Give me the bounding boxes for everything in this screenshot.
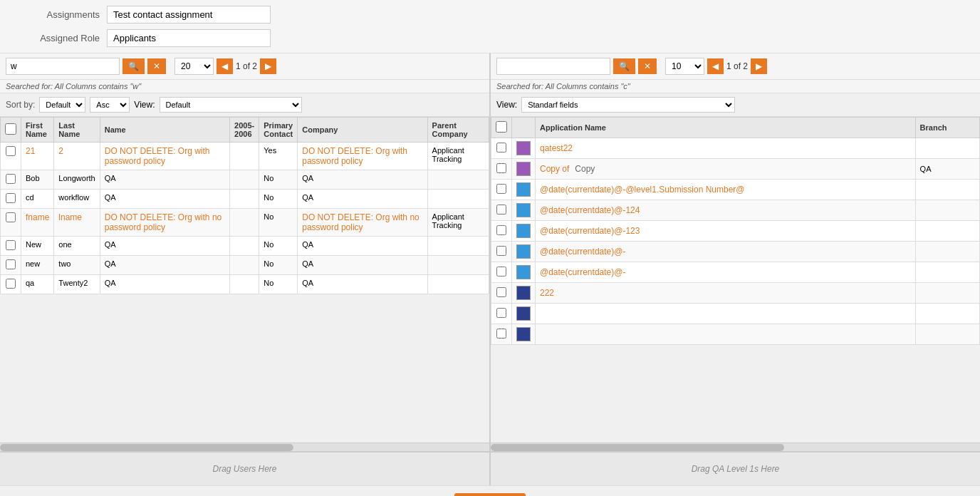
view-label-left: View: (134, 100, 155, 110)
left-row-link-firstName[interactable]: fname (26, 212, 49, 222)
left-sort-bar: Sort by: Default AscDesc View: Default (0, 93, 489, 117)
row-color-indicator (516, 162, 531, 176)
right-search-button[interactable]: 🔍 (613, 58, 635, 74)
right-app-name-link[interactable]: @date(currentdate)@- (540, 267, 625, 277)
left-row-link-lastName[interactable]: lname (58, 212, 82, 222)
right-select-all-checkbox[interactable] (496, 121, 507, 133)
right-row-checkbox[interactable] (496, 225, 506, 235)
right-app-name-link[interactable]: @date(currentdate)@-@level1.Submission N… (540, 185, 745, 195)
left-table: FirstName LastName Name 2005-2006 Primar… (0, 117, 489, 294)
right-page-size-select[interactable]: 102050 (665, 58, 704, 75)
left-row-link-name[interactable]: DO NOT DELETE: Org with no password poli… (105, 212, 222, 232)
sort-dir-select[interactable]: AscDesc (90, 97, 130, 113)
assignments-dropdown-wrapper: Test contact assignment (107, 6, 271, 24)
left-row-checkbox[interactable] (6, 259, 16, 269)
left-view-select[interactable]: Default (160, 97, 302, 113)
right-branch-cell (915, 283, 979, 304)
right-branch-cell (915, 242, 979, 262)
col-header-app-name: Application Name (536, 118, 916, 138)
right-row-checkbox[interactable] (496, 308, 506, 318)
row-color-indicator (516, 306, 531, 321)
left-page-size-select[interactable]: 2050100 (174, 58, 214, 75)
right-branch-cell (915, 262, 979, 283)
right-branch-cell (915, 138, 979, 159)
right-view-select[interactable]: Standarf fields (521, 97, 735, 113)
assignments-select[interactable]: Test contact assignment (107, 6, 271, 24)
sort-select[interactable]: Default (39, 97, 85, 113)
left-table-row: NewoneQANoQA (1, 237, 489, 256)
left-clear-button[interactable]: ✕ (147, 58, 166, 74)
right-row-checkbox[interactable] (496, 246, 506, 256)
left-drag-area[interactable]: Drag Users Here (0, 451, 489, 485)
right-app-name-link[interactable]: qatest22 (540, 143, 573, 153)
left-row-checkbox[interactable] (6, 193, 16, 203)
left-table-row: cdworkflowQANoQA (1, 190, 489, 209)
right-table-row: qatest22 (491, 138, 980, 159)
right-table-row (491, 304, 980, 324)
copy-label: Copy (575, 164, 595, 174)
assigned-role-dropdown-wrapper: Applicants (107, 29, 271, 47)
col-header-name: Name (100, 118, 229, 143)
right-row-checkbox[interactable] (496, 205, 506, 215)
assigned-role-label: Assigned Role (14, 33, 100, 43)
right-scrollbar[interactable] (491, 443, 980, 451)
right-row-checkbox[interactable] (496, 143, 506, 153)
left-search-input[interactable] (6, 58, 120, 75)
right-branch-cell (915, 221, 979, 242)
right-table-row (491, 324, 980, 345)
left-prev-button[interactable]: ◀ (217, 58, 233, 74)
footer: Continue (0, 485, 980, 496)
assigned-role-select[interactable]: Applicants (107, 29, 271, 47)
left-row-link-company[interactable]: DO NOT DELETE: Org with no password poli… (302, 212, 419, 232)
right-table-row: @date(currentdate)@- (491, 262, 980, 283)
right-app-name-cell: @date(currentdate)@- (536, 242, 916, 262)
left-search-button[interactable]: 🔍 (123, 58, 145, 74)
left-next-button[interactable]: ▶ (260, 58, 276, 74)
right-row-checkbox[interactable] (496, 163, 506, 173)
right-branch-cell (915, 200, 979, 221)
left-row-link-name[interactable]: DO NOT DELETE: Org with password policy (105, 146, 210, 166)
left-row-checkbox[interactable] (6, 240, 16, 250)
right-prev-button[interactable]: ◀ (707, 58, 724, 74)
right-next-button[interactable]: ▶ (751, 58, 767, 74)
right-app-name-link[interactable]: 222 (540, 288, 554, 298)
right-app-name-link[interactable]: Copy of (540, 164, 569, 174)
right-app-name-cell (536, 324, 916, 345)
right-search-input[interactable] (496, 58, 610, 75)
left-page-info: 1 of 2 (236, 61, 257, 71)
right-table-row: @date(currentdate)@- (491, 242, 980, 262)
assignments-label: Assignments (14, 9, 100, 20)
left-row-checkbox[interactable] (6, 212, 16, 222)
right-app-name-cell: @date(currentdate)@-@level1.Submission N… (536, 180, 916, 200)
right-row-checkbox[interactable] (496, 267, 506, 277)
left-select-all-checkbox[interactable] (5, 123, 16, 135)
right-app-name-link[interactable]: @date(currentdate)@-123 (540, 226, 640, 236)
left-row-link-company[interactable]: DO NOT DELETE: Org with password policy (302, 146, 407, 166)
left-table-container: FirstName LastName Name 2005-2006 Primar… (0, 117, 489, 443)
right-app-name-cell (536, 304, 916, 324)
view-label-right: View: (496, 100, 517, 110)
left-scrollbar[interactable] (0, 443, 489, 451)
right-branch-cell (915, 324, 979, 345)
right-branch-cell (915, 304, 979, 324)
right-row-checkbox[interactable] (496, 184, 506, 194)
continue-button[interactable]: Continue (454, 493, 526, 496)
col-header-firstname: FirstName (21, 118, 54, 143)
right-row-checkbox[interactable] (496, 287, 506, 297)
left-row-checkbox[interactable] (6, 279, 16, 289)
left-row-checkbox[interactable] (6, 174, 16, 184)
left-row-checkbox[interactable] (6, 146, 16, 156)
right-app-name-cell: @date(currentdate)@-123 (536, 221, 916, 242)
right-app-name-cell: @date(currentdate)@-124 (536, 200, 916, 221)
right-search-bar: 🔍 ✕ 102050 ◀ 1 of 2 ▶ (491, 53, 980, 80)
right-app-name-link[interactable]: @date(currentdate)@-124 (540, 205, 640, 215)
right-app-name-link[interactable]: @date(currentdate)@- (540, 247, 625, 257)
right-branch-cell (915, 180, 979, 200)
right-drag-area[interactable]: Drag QA Level 1s Here (491, 451, 980, 485)
left-row-link-firstName[interactable]: 21 (26, 146, 35, 156)
col-header-parent-company: ParentCompany (427, 118, 489, 143)
right-row-checkbox[interactable] (496, 329, 506, 339)
right-app-name-cell: @date(currentdate)@- (536, 262, 916, 283)
left-row-link-lastName[interactable]: 2 (58, 146, 63, 156)
right-clear-button[interactable]: ✕ (638, 58, 657, 74)
